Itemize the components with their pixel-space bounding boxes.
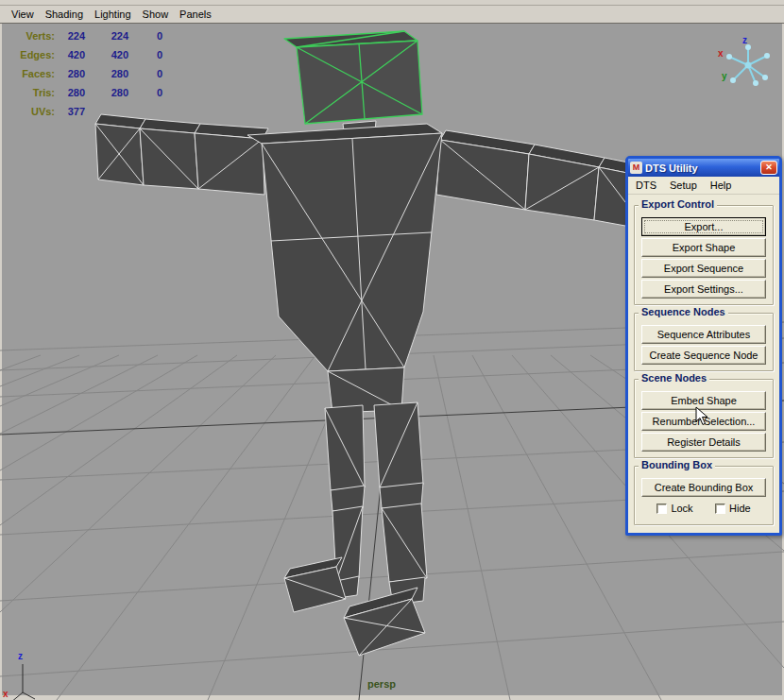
checkbox-label: Lock xyxy=(671,503,692,514)
dts-window-titlebar[interactable]: M DTS Utility ✕ xyxy=(628,159,779,177)
menu-help[interactable]: Help xyxy=(705,179,740,192)
hud-label: Verts: xyxy=(8,30,55,42)
group-heading: Sequence Nodes xyxy=(639,306,728,317)
hud-row-verts: Verts: 224 224 0 xyxy=(8,26,162,45)
dts-window-body: Export Control Export... Export Shape Ex… xyxy=(628,195,779,533)
group-export-control: Export Control Export... Export Shape Ex… xyxy=(634,205,774,305)
dts-window-icon: M xyxy=(630,162,642,174)
hud-value: 280 xyxy=(85,87,128,98)
mouse-cursor xyxy=(695,406,708,426)
close-icon[interactable]: ✕ xyxy=(760,161,777,175)
menu-panels[interactable]: Panels xyxy=(174,8,217,21)
menu-setup[interactable]: Setup xyxy=(664,179,705,192)
checkbox-box[interactable] xyxy=(656,504,667,514)
menu-dts[interactable]: DTS xyxy=(630,179,664,192)
hud-label: Tris: xyxy=(8,87,55,98)
dts-window-title: DTS Utility xyxy=(645,162,758,174)
menu-view[interactable]: View xyxy=(6,8,40,21)
create-sequence-node-button[interactable]: Create Sequence Node xyxy=(641,346,766,365)
menu-shading[interactable]: Shading xyxy=(40,8,89,21)
hud-value: 280 xyxy=(85,68,128,79)
hud-row-tris: Tris: 280 280 0 xyxy=(8,83,162,102)
hud-value: 420 xyxy=(55,49,85,60)
hud-label: UVs: xyxy=(8,106,55,117)
viewport-menubar: View Shading Lighting Show Panels xyxy=(0,6,784,24)
export-button[interactable]: Export... xyxy=(641,217,766,236)
sequence-attributes-button[interactable]: Sequence Attributes xyxy=(641,325,766,344)
group-bounding-box: Bounding Box Create Bounding Box Lock Hi… xyxy=(634,466,774,525)
bounding-box-options: Lock Hide xyxy=(635,499,773,515)
camera-name-label: persp xyxy=(353,678,410,690)
export-shape-button[interactable]: Export Shape xyxy=(641,238,766,257)
dts-utility-window: M DTS Utility ✕ DTS Setup Help Export Co… xyxy=(625,156,782,536)
hud-value: 280 xyxy=(55,87,85,98)
export-sequence-button[interactable]: Export Sequence xyxy=(641,259,766,278)
checkbox-box[interactable] xyxy=(715,504,725,514)
hud-row-edges: Edges: 420 420 0 xyxy=(8,45,162,64)
menu-lighting[interactable]: Lighting xyxy=(89,8,137,21)
hud-value: 0 xyxy=(128,87,162,98)
hud-value: 0 xyxy=(128,68,162,79)
origin-z-label: z xyxy=(18,652,23,661)
hide-checkbox[interactable]: Hide xyxy=(715,503,751,514)
hud-value: 0 xyxy=(128,30,162,42)
group-heading: Scene Nodes xyxy=(639,372,709,384)
hud-value: 224 xyxy=(55,30,85,42)
poly-count-hud: Verts: 224 224 0 Edges: 420 420 0 Faces:… xyxy=(8,26,162,121)
dts-window-menubar: DTS Setup Help xyxy=(628,177,779,195)
register-details-button[interactable]: Register Details xyxy=(641,433,766,452)
hud-value: 420 xyxy=(85,49,128,60)
hud-label: Faces: xyxy=(8,68,55,79)
hud-row-uvs: UVs: 377 xyxy=(8,102,162,121)
hud-value: 224 xyxy=(85,30,128,42)
menu-show[interactable]: Show xyxy=(137,8,175,21)
export-settings-button[interactable]: Export Settings... xyxy=(641,280,766,299)
compass-z-label: z xyxy=(742,36,747,45)
robot-head-selected xyxy=(284,31,422,124)
group-sequence-nodes: Sequence Nodes Sequence Attributes Creat… xyxy=(634,313,774,371)
compass-y-label: y xyxy=(722,72,727,81)
hud-row-faces: Faces: 280 280 0 xyxy=(8,64,162,83)
lock-checkbox[interactable]: Lock xyxy=(656,503,692,514)
group-heading: Export Control xyxy=(639,198,717,210)
checkbox-label: Hide xyxy=(729,503,751,514)
compass-x-label: x xyxy=(718,49,724,59)
create-bounding-box-button[interactable]: Create Bounding Box xyxy=(641,478,766,497)
group-heading: Bounding Box xyxy=(639,459,715,470)
hud-value: 280 xyxy=(55,68,85,79)
hud-label: Edges: xyxy=(8,49,55,60)
hud-value: 377 xyxy=(55,106,85,117)
origin-x-label: x xyxy=(3,690,9,699)
hud-value: 0 xyxy=(128,49,162,60)
application-window: { "menubar": { "items": ["View", "Shadin… xyxy=(0,0,784,700)
